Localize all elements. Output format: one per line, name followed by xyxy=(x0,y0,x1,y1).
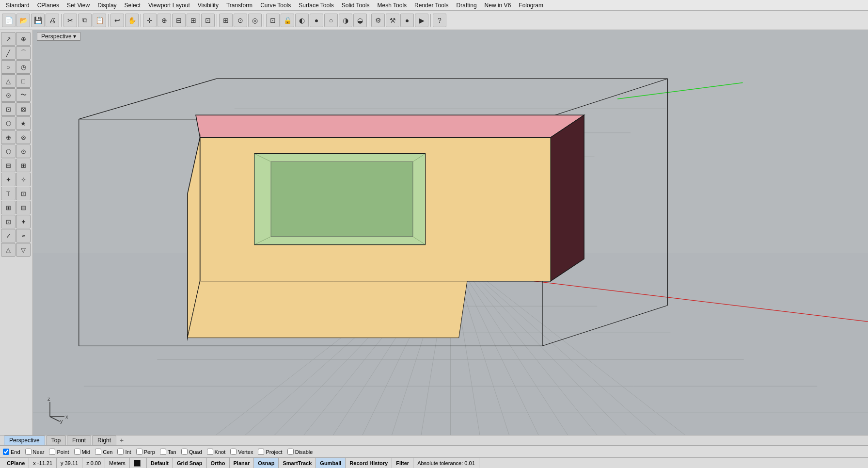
taper2-tool[interactable]: ▽ xyxy=(16,243,31,257)
save-btn[interactable]: 💾 xyxy=(31,14,45,27)
viewport-canvas[interactable] xyxy=(33,30,868,435)
viewport-container[interactable]: Perspective ▾ z x y xyxy=(33,30,868,435)
snap-tan[interactable]: Tan xyxy=(160,449,176,455)
viewport-tab-add[interactable]: + xyxy=(117,436,126,445)
check-tool[interactable]: ✓ xyxy=(1,229,16,242)
status-layer[interactable]: Default xyxy=(147,458,173,468)
status-filter[interactable]: Filter xyxy=(392,458,413,468)
freeform-curve-tool[interactable]: 〜 xyxy=(16,88,31,102)
wire-btn[interactable]: ◒ xyxy=(353,14,367,27)
new-btn[interactable]: 📄 xyxy=(2,14,16,27)
menu-item-standard[interactable]: Standard xyxy=(2,1,33,10)
pan-btn[interactable]: ✋ xyxy=(125,14,139,27)
material-btn[interactable]: ◐ xyxy=(295,14,309,27)
menu-item-display[interactable]: Display xyxy=(94,1,120,10)
analyze-tool[interactable]: ≈ xyxy=(16,229,31,242)
status-record-history[interactable]: Record History xyxy=(346,458,392,468)
menu-item-drafting[interactable]: Drafting xyxy=(453,1,481,10)
transform-tool[interactable]: ⊕ xyxy=(1,130,16,144)
snap-cen[interactable]: Cen xyxy=(95,449,112,455)
mesh-tool[interactable]: ⬡ xyxy=(1,116,16,130)
cone-tool[interactable]: ⊞ xyxy=(16,159,31,172)
menu-item-viewport-layout[interactable]: Viewport Layout xyxy=(144,1,194,10)
snap-project[interactable]: Project xyxy=(258,449,282,455)
snap-vertex[interactable]: Vertex xyxy=(230,449,253,455)
print-btn[interactable]: 🖨 xyxy=(46,14,59,27)
arc-tool[interactable]: ◷ xyxy=(16,60,31,74)
circle-tool[interactable]: ○ xyxy=(1,60,16,74)
line-tool[interactable]: ╱ xyxy=(1,46,16,60)
snap-int[interactable]: Int xyxy=(117,449,131,455)
shaded-btn[interactable]: ○ xyxy=(324,14,338,27)
snap-btn[interactable]: ⊙ xyxy=(234,14,247,27)
paste-btn[interactable]: 📋 xyxy=(93,14,106,27)
menu-item-curve-tools[interactable]: Curve Tools xyxy=(256,1,295,10)
history-tool[interactable]: ⊡ xyxy=(1,215,16,228)
status-osnap[interactable]: Osnap xyxy=(254,458,279,468)
special-tool[interactable]: ★ xyxy=(16,116,31,130)
menu-item-cplanes[interactable]: CPlanes xyxy=(33,1,63,10)
snap-perp[interactable]: Perp xyxy=(136,449,155,455)
undo-btn[interactable]: ↩ xyxy=(110,14,124,27)
taper-tool[interactable]: △ xyxy=(1,243,16,257)
menu-item-mesh-tools[interactable]: Mesh Tools xyxy=(374,1,410,10)
status-grid-snap[interactable]: Grid Snap xyxy=(173,458,207,468)
status-gumball[interactable]: Gumball xyxy=(316,458,346,468)
subd2-tool[interactable]: ✧ xyxy=(16,173,31,186)
record-btn[interactable]: ● xyxy=(400,14,414,27)
loft-tool[interactable]: ⊠ xyxy=(16,102,31,116)
status-ortho[interactable]: Ortho xyxy=(207,458,230,468)
dimension-tool[interactable]: ⊡ xyxy=(16,187,31,200)
tools1-btn[interactable]: ⚙ xyxy=(371,14,385,27)
zoom-ext-btn[interactable]: ⊟ xyxy=(172,14,186,27)
select-point-tool[interactable]: ⊕ xyxy=(16,32,31,46)
viewport-tab-right[interactable]: Right xyxy=(92,436,116,445)
snap-end[interactable]: End xyxy=(3,449,20,455)
snap-mid[interactable]: Mid xyxy=(74,449,91,455)
snap-knot[interactable]: Knot xyxy=(207,449,226,455)
snap-quad[interactable]: Quad xyxy=(181,449,202,455)
menu-item-transform[interactable]: Transform xyxy=(222,1,256,10)
status-planar[interactable]: Planar xyxy=(230,458,254,468)
viewport-tab-top[interactable]: Top xyxy=(46,436,66,445)
status-cplane[interactable]: CPlane xyxy=(3,458,29,468)
zoom-all-btn[interactable]: ⊡ xyxy=(201,14,215,27)
menu-item-render-tools[interactable]: Render Tools xyxy=(410,1,453,10)
move-btn[interactable]: ✛ xyxy=(143,14,157,27)
cylinder-tool[interactable]: ⊟ xyxy=(1,159,16,172)
solid-box-tool[interactable]: ⬡ xyxy=(1,145,16,158)
cut-btn[interactable]: ✂ xyxy=(63,14,77,27)
viewport-label[interactable]: Perspective ▾ xyxy=(37,32,80,41)
zoom-win-btn[interactable]: ⊞ xyxy=(187,14,200,27)
triangle-tool[interactable]: △ xyxy=(1,74,16,88)
zoom-in-btn[interactable]: ⊕ xyxy=(158,14,171,27)
rectangle-tool[interactable]: □ xyxy=(16,74,31,88)
gumball-tool[interactable]: ✦ xyxy=(16,215,31,228)
snap-point[interactable]: Point xyxy=(49,449,69,455)
menu-item-visibility[interactable]: Visibility xyxy=(194,1,222,10)
curve-blend-tool[interactable]: ⊙ xyxy=(1,88,16,102)
sphere-tool-tool[interactable]: ⊙ xyxy=(16,145,31,158)
menu-item-set-view[interactable]: Set View xyxy=(63,1,94,10)
lock-btn[interactable]: 🔒 xyxy=(281,14,294,27)
subd-tool[interactable]: ✦ xyxy=(1,173,16,186)
status-smarttrack[interactable]: SmartTrack xyxy=(279,458,316,468)
viewport-tab-perspective[interactable]: Perspective xyxy=(4,436,45,445)
select-arrow-tool[interactable]: ↗ xyxy=(1,32,16,46)
group-tool[interactable]: ⊞ xyxy=(1,201,16,214)
open-btn[interactable]: 📂 xyxy=(16,14,30,27)
viewport-tab-front[interactable]: Front xyxy=(67,436,91,445)
tools2-btn[interactable]: ⚒ xyxy=(386,14,399,27)
polyline-tool[interactable]: ⌒ xyxy=(16,46,31,60)
menu-item-new-in-v6[interactable]: New in V6 xyxy=(481,1,515,10)
boolean-tool[interactable]: ⊗ xyxy=(16,130,31,144)
snap-disable[interactable]: Disable xyxy=(287,449,313,455)
menu-item-solid-tools[interactable]: Solid Tools xyxy=(338,1,374,10)
snap-near[interactable]: Near xyxy=(25,449,45,455)
surface-from-curve-tool[interactable]: ⊡ xyxy=(1,102,16,116)
text-tool[interactable]: T xyxy=(1,187,16,200)
shaded2-btn[interactable]: ◑ xyxy=(339,14,352,27)
copy-btn[interactable]: ⧉ xyxy=(78,14,92,27)
obj-snap-btn[interactable]: ◎ xyxy=(248,14,262,27)
help-btn[interactable]: ? xyxy=(433,14,446,27)
